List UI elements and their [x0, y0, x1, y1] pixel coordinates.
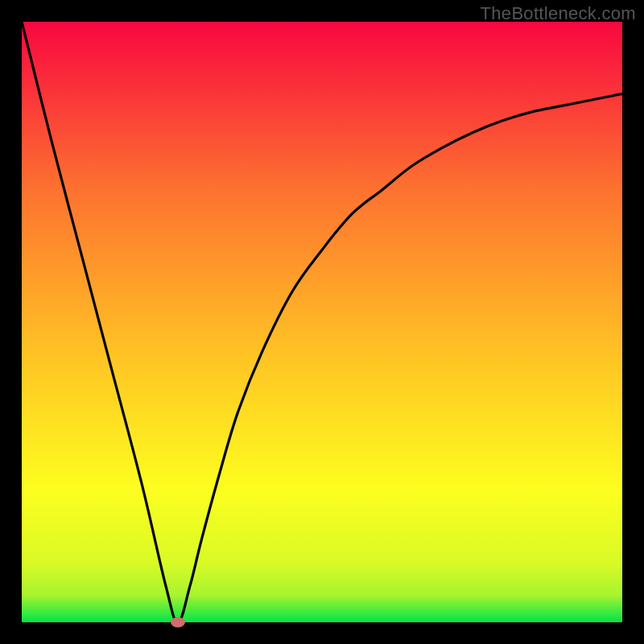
chart-frame: [22, 22, 622, 622]
watermark-text: TheBottleneck.com: [481, 3, 636, 24]
minimum-marker: [171, 617, 185, 628]
bottleneck-curve: [22, 22, 622, 622]
